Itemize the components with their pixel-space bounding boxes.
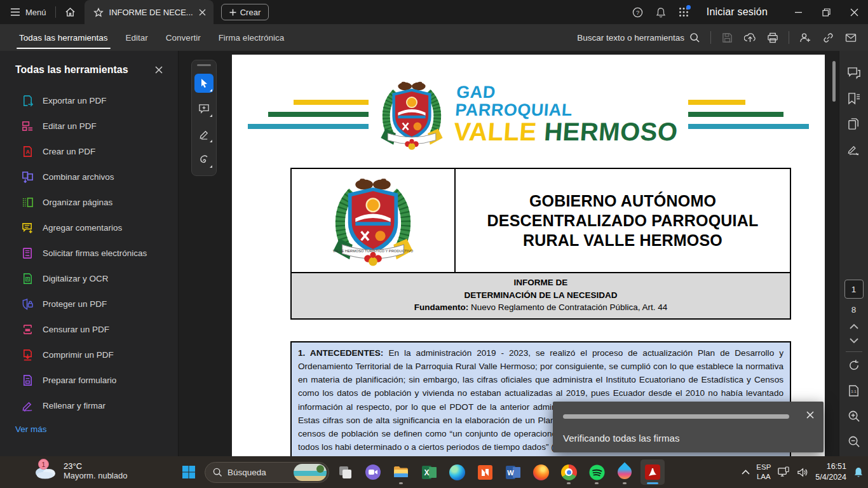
menu-button[interactable]: Menú (0, 0, 55, 24)
actual-size-icon[interactable]: 1:1 (843, 380, 865, 402)
sidebar-item-redact-pdf[interactable]: Censurar un PDF (0, 316, 178, 342)
windows-taskbar: 1 23°C Mayorm. nublado Búsqueda (0, 456, 868, 488)
signatures-panel-icon[interactable] (843, 139, 865, 160)
gov-title-line2: DESCENTRALIZADO PARROQUIAL (487, 212, 759, 230)
menu-label: Menú (25, 8, 46, 17)
add-comment-tool-button[interactable] (194, 99, 214, 118)
sidebar-item-combine-files[interactable]: Combinar archivos (0, 164, 178, 189)
network-icon[interactable] (777, 466, 790, 478)
save-button[interactable] (716, 27, 738, 48)
see-more-link[interactable]: Ver más (0, 418, 178, 434)
email-button[interactable] (840, 27, 862, 48)
sign-in-button[interactable]: Iniciar sesión (695, 6, 784, 18)
create-label: Crear (240, 8, 261, 17)
wordmark-gad: GAD (456, 84, 681, 102)
print-button[interactable] (762, 27, 783, 48)
divider (846, 351, 862, 352)
tab-all-tools[interactable]: Todas las herramientas (10, 24, 117, 51)
create-tab-button[interactable]: Crear (221, 4, 269, 20)
sidebar-item-prepare-form[interactable]: Preparar formulario (0, 367, 178, 393)
tab-edit[interactable]: Editar (117, 24, 157, 51)
highlight-pen-tool-button[interactable] (194, 125, 214, 144)
upload-cloud-button[interactable] (739, 27, 761, 48)
previous-page-button[interactable] (850, 323, 858, 329)
sidebar-item-label: Rellenar y firmar (43, 401, 105, 410)
fundamento-text: Nuevo Reglamento de Contratación Pública… (468, 302, 667, 312)
next-page-button[interactable] (850, 338, 858, 344)
acrobat-icon[interactable] (641, 459, 665, 485)
sidebar-item-export-pdf[interactable]: Exportar un PDF (0, 88, 178, 113)
hidden-icons-chevron[interactable] (742, 470, 750, 475)
share-people-button[interactable] (794, 27, 816, 48)
zoom-out-icon[interactable] (843, 431, 865, 452)
paint-droplet-app-icon[interactable] (613, 459, 637, 485)
sidebar-item-compress-pdf[interactable]: Comprimir un PDF (0, 342, 178, 367)
valle-hermoso-crest: VALLE HERMOSO TURÍSTICO Y PRODUCTIVO (313, 173, 433, 268)
taskbar-search-box[interactable]: Búsqueda (205, 462, 329, 483)
vertical-scrollbar[interactable] (832, 61, 836, 102)
link-button[interactable] (817, 27, 839, 48)
star-icon (93, 8, 104, 17)
help-button[interactable]: ? (627, 0, 649, 24)
firefox-icon[interactable] (529, 459, 553, 485)
word-icon[interactable]: W (501, 459, 525, 485)
create-pdf-icon: A (22, 146, 34, 158)
file-explorer-icon[interactable] (389, 459, 413, 485)
language-indicator[interactable]: ESP LAA (756, 463, 771, 482)
minimize-button[interactable] (784, 0, 812, 24)
sidebar-item-protect-pdf[interactable]: Proteger un PDF (0, 291, 178, 316)
tab-esign[interactable]: Firma electrónica (210, 24, 294, 51)
sidebar-item-organize-pages[interactable]: Organizar páginas (0, 189, 178, 215)
pdf-page[interactable]: GAD PARROQUIAL VALLE HERMOSO (232, 55, 825, 456)
restore-button[interactable] (812, 0, 840, 24)
dropdown-triangle (210, 140, 212, 142)
sidebar-item-fill-sign[interactable]: Rellenar y firmar (0, 393, 178, 418)
close-window-button[interactable] (840, 0, 868, 24)
edge-icon[interactable] (445, 459, 469, 485)
sidebar-item-label: Crear un PDF (43, 147, 95, 156)
document-tab[interactable]: INFORME DE NECE... (85, 0, 214, 24)
panel-close-button[interactable] (151, 62, 166, 78)
task-view-button[interactable] (333, 459, 357, 485)
edit-pdf-icon (22, 120, 34, 132)
bookmarks-panel-icon[interactable] (843, 88, 865, 109)
select-tool-button[interactable] (194, 74, 214, 93)
drag-handle[interactable] (197, 64, 211, 66)
current-page-input[interactable]: 1 (844, 280, 864, 299)
tab-convert[interactable]: Convertir (157, 24, 210, 51)
sidebar-item-scan-ocr[interactable]: A Digitalizar y OCR (0, 266, 178, 291)
notification-bell-icon[interactable] (853, 466, 864, 478)
notifications-bell-button[interactable] (649, 0, 672, 24)
excel-icon[interactable]: X (417, 459, 441, 485)
tab-close-icon[interactable] (199, 9, 206, 16)
zoom-in-icon[interactable] (843, 405, 865, 427)
comments-panel-icon[interactable] (843, 62, 865, 84)
plus-icon (229, 9, 236, 16)
volume-icon[interactable] (797, 467, 809, 478)
svg-text:A: A (25, 149, 29, 155)
svg-text:1:1: 1:1 (851, 389, 857, 393)
lasso-draw-tool-button[interactable] (194, 150, 214, 169)
home-button[interactable] (56, 0, 85, 24)
spotify-icon[interactable] (585, 459, 609, 485)
start-button[interactable] (177, 459, 201, 485)
add-comments-icon (22, 222, 34, 234)
toast-close-button[interactable] (804, 409, 816, 421)
clock-widget[interactable]: 16:51 5/4/2024 (815, 461, 846, 483)
nitro-pdf-icon[interactable] (473, 459, 497, 485)
apps-grid-button[interactable] (672, 0, 695, 24)
page-thumbnails-icon[interactable] (843, 113, 865, 135)
sidebar-item-add-comments[interactable]: Agregar comentarios (0, 215, 178, 240)
sidebar-item-request-signatures[interactable]: Solicitar firmas electrónicas (0, 240, 178, 266)
rotate-page-icon[interactable] (843, 355, 865, 376)
sidebar-item-create-pdf[interactable]: A Crear un PDF (0, 139, 178, 164)
sidebar-item-label: Comprimir un PDF (43, 350, 114, 360)
sidebar-item-label: Proteger un PDF (43, 299, 107, 309)
chrome-icon[interactable] (557, 459, 581, 485)
protect-pdf-icon (22, 298, 34, 310)
sidebar-item-edit-pdf[interactable]: Editar un PDF (0, 113, 178, 139)
search-tools-button[interactable]: Buscar texto o herramientas (572, 32, 705, 43)
sidebar-item-label: Agregar comentarios (43, 223, 122, 233)
zoom-app-icon[interactable] (361, 459, 385, 485)
weather-widget[interactable]: 1 23°C Mayorm. nublado (33, 460, 127, 482)
